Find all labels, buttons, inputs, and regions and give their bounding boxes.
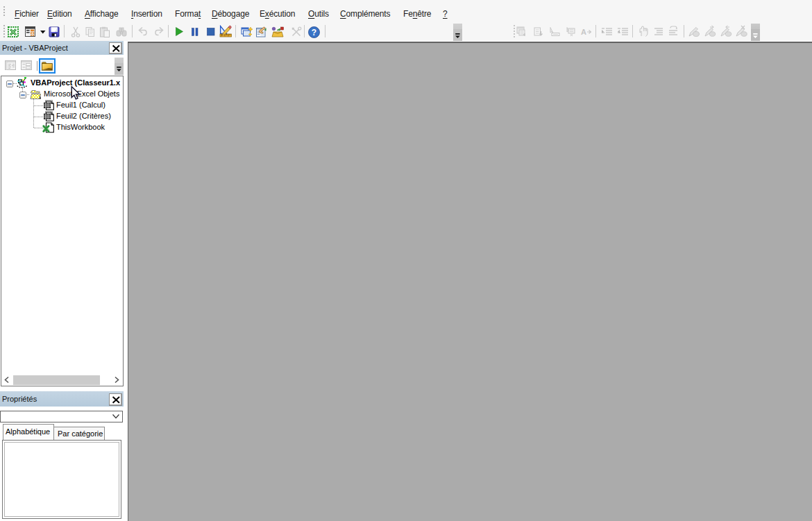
svg-text:?: ? — [312, 28, 316, 37]
svg-text:A: A — [581, 28, 586, 36]
